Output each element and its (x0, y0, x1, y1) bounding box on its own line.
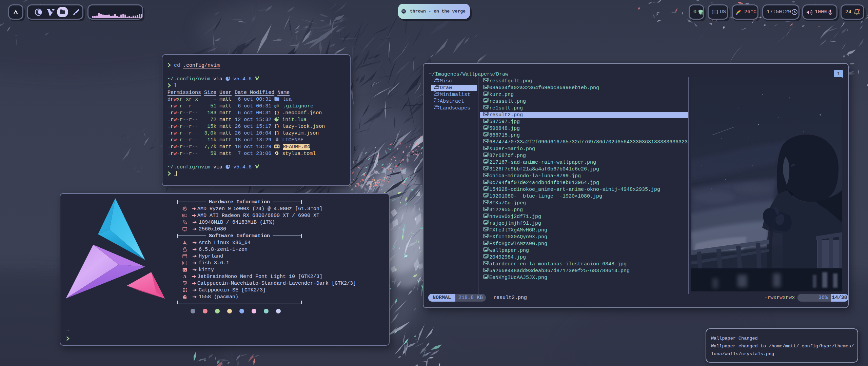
svg-text:{}: {} (274, 124, 279, 128)
svg-text:A: A (183, 274, 187, 279)
svg-text:git: git (274, 104, 279, 108)
svg-text:{}: {} (274, 110, 279, 115)
svg-text:{}: {} (274, 131, 279, 135)
